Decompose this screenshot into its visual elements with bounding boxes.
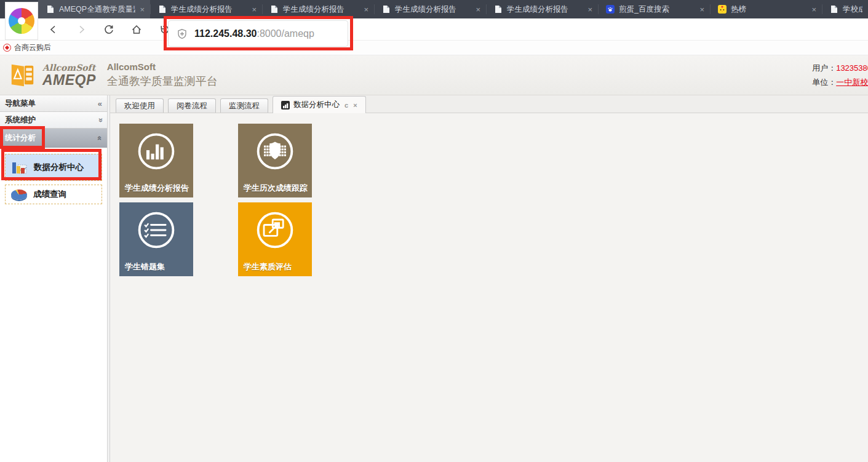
collapse-sidebar-icon[interactable]: « (98, 99, 102, 108)
tile-score-history-tracking[interactable]: 学生历次成绩跟踪 (238, 124, 312, 197)
sidebar-title: 导航菜单 « (0, 95, 107, 112)
browser-tab[interactable]: 学生成绩分析报告 × (374, 0, 486, 18)
ameqp-logo-icon (9, 62, 37, 89)
sidebar-group-system[interactable]: 系统维护 « (0, 112, 107, 129)
baidu-paw-icon (606, 5, 615, 14)
browser-tab[interactable]: 热榜 × (710, 0, 822, 18)
browser-tab[interactable]: 煎蛋_百度搜索 × (598, 0, 710, 18)
chick-icon (718, 5, 727, 14)
sidebar-item-data-center[interactable]: 数据分析中心 (5, 154, 102, 181)
content-body: 学生成绩分析报告 (110, 113, 868, 462)
page-icon (158, 5, 167, 14)
tab-label: 监测流程 (229, 101, 260, 111)
chevron-double-up-icon: « (95, 135, 105, 140)
browser-tab-bar: AMEQP全通教学质量监 × 学生成绩分析报告 × 学生成绩分析报告 × 学生成… (0, 0, 868, 18)
page-icon (382, 5, 391, 14)
group-label: 统计分析 (5, 133, 36, 143)
tab-label: 阅卷流程 (177, 101, 207, 111)
org-link[interactable]: 一中新校 (836, 78, 868, 87)
pie-chart-icon (11, 189, 27, 200)
browser-tab[interactable]: 学生成绩分析报告 × (150, 0, 262, 18)
forward-icon[interactable] (76, 24, 87, 35)
browser-toolbar (0, 18, 868, 41)
sidebar-title-text: 导航菜单 (5, 98, 36, 109)
company-name: AllcomSoft (107, 62, 218, 72)
tile-label: 学生成绩分析报告 (125, 183, 189, 194)
sidebar-item-label: 成绩查询 (33, 189, 66, 200)
browser-tab-title: 学生成绩分析报告 (283, 4, 359, 15)
bookmark-bar: 合商云购后 (0, 41, 868, 55)
browser-tab-title: 学校成 (843, 4, 862, 15)
sidebar-group-stats[interactable]: 统计分析 « (0, 129, 107, 148)
close-icon[interactable]: × (140, 6, 145, 14)
browser-tab-title: AMEQP全通教学质量监 (59, 4, 135, 15)
main-area: 导航菜单 « 系统维护 « 统计分析 « 数据分析中心 (0, 95, 868, 462)
browser-tab-title: 学生成绩分析报告 (171, 4, 247, 15)
browser-tab[interactable]: 学校成 (822, 0, 868, 18)
tab-marking-flow[interactable]: 阅卷流程 (168, 98, 216, 113)
tab-label: 数据分析中心 (293, 100, 340, 110)
shield-grid-circle-icon (254, 130, 296, 172)
brand-block: AllcomSoft AMEQP (42, 63, 96, 87)
close-icon[interactable]: × (476, 6, 480, 14)
refresh-icon[interactable] (103, 24, 114, 35)
tile-label: 学生素质评估 (244, 261, 292, 273)
user-label: 用户： (812, 63, 836, 73)
bar-chart-icon (11, 160, 28, 175)
sidebar: 导航菜单 « 系统维护 « 统计分析 « 数据分析中心 (0, 95, 107, 462)
browser-tab[interactable]: 学生成绩分析报告 × (486, 0, 598, 18)
tile-label: 学生错题集 (125, 261, 165, 273)
content-area: 欢迎使用 阅卷流程 监测流程 数据分析中心 c × 学生成绩分析报告 (110, 95, 868, 462)
sidebar-items: 数据分析中心 成绩查询 (0, 148, 107, 210)
tile-label: 学生历次成绩跟踪 (244, 183, 308, 194)
tab-data-center[interactable]: 数据分析中心 c × (273, 96, 366, 113)
browser-pinwheel-icon (9, 8, 34, 34)
close-icon[interactable]: × (811, 6, 816, 14)
tab-label: 欢迎使用 (124, 101, 155, 111)
url-path: :8000/ameqp (257, 28, 314, 39)
platform-title: 全通教学质量监测平台 (107, 74, 218, 89)
user-info: 用户：13235380 单位：一中新校 (812, 61, 868, 89)
browser-tab-title: 煎蛋_百度搜索 (619, 4, 695, 15)
sidebar-item-label: 数据分析中心 (34, 162, 84, 173)
browser-tab[interactable]: AMEQP全通教学质量监 × (38, 0, 150, 18)
page-icon (494, 5, 503, 14)
close-icon[interactable]: × (364, 6, 368, 14)
browser-tab-title: 学生成绩分析报告 (507, 4, 583, 15)
bar-chart-circle-icon (135, 130, 177, 172)
brand-name-text: AMEQP (42, 73, 96, 87)
page-icon (270, 5, 279, 14)
tile-quality-evaluation[interactable]: 学生素质评估 (238, 202, 312, 276)
tab-refresh-icon[interactable]: c (344, 102, 348, 109)
brand-script-text: AllcomSoft (42, 63, 96, 73)
url-host: 112.245.48.30 (194, 28, 257, 39)
tab-welcome[interactable]: 欢迎使用 (116, 98, 164, 113)
back-icon[interactable] (48, 24, 59, 35)
browser-logo[interactable] (5, 2, 38, 40)
org-label: 单位： (812, 78, 836, 87)
bookmark-site-icon (3, 44, 11, 52)
home-icon[interactable] (131, 24, 142, 35)
close-icon[interactable]: × (587, 6, 592, 14)
tile-score-analysis-report[interactable]: 学生成绩分析报告 (119, 124, 193, 197)
sidebar-item-score-query[interactable]: 成绩查询 (5, 185, 102, 204)
app-header: AllcomSoft AMEQP AllcomSoft 全通教学质量监测平台 用… (0, 55, 868, 95)
bar-chart-mini-icon (281, 101, 290, 110)
browser-tab-title: 学生成绩分析报告 (395, 4, 471, 15)
browser-tab-title: 热榜 (731, 4, 807, 15)
group-label: 系统维护 (5, 115, 36, 125)
chevron-double-down-icon: « (95, 117, 105, 122)
url-text: 112.245.48.30:8000/ameqp (194, 28, 314, 39)
platform-title-block: AllcomSoft 全通教学质量监测平台 (107, 62, 218, 89)
shield-icon (177, 28, 188, 39)
address-bar[interactable]: 112.245.48.30:8000/ameqp (168, 20, 348, 47)
browser-tab[interactable]: 学生成绩分析报告 × (262, 0, 374, 18)
tile-wrong-question-set[interactable]: 学生错题集 (119, 202, 193, 276)
close-icon[interactable]: × (252, 6, 257, 14)
checklist-circle-icon (135, 209, 177, 251)
tab-monitor-flow[interactable]: 监测流程 (220, 98, 268, 113)
tab-close-icon[interactable]: × (353, 102, 357, 109)
close-icon[interactable]: × (699, 6, 704, 14)
bookmark-item[interactable]: 合商云购后 (14, 42, 51, 53)
page-icon (830, 5, 838, 14)
